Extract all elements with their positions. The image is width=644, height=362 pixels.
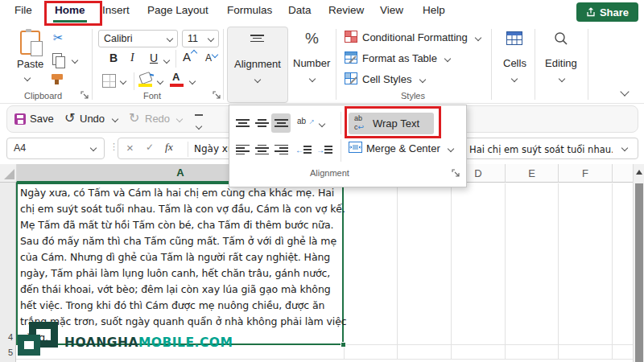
- borders-chevron[interactable]: [120, 78, 126, 84]
- toolbar-overflow-icon[interactable]: [195, 114, 203, 132]
- format-as-table-icon: [345, 51, 357, 64]
- save-icon[interactable]: [14, 113, 26, 125]
- alignment-group-button[interactable]: Alignment: [227, 27, 288, 103]
- cells-group-button[interactable]: Cells: [494, 27, 535, 101]
- decrease-indent-button[interactable]: ←: [294, 140, 313, 159]
- tab-file[interactable]: File: [14, 4, 32, 16]
- font-size-combobox[interactable]: 11: [182, 30, 219, 47]
- tab-help[interactable]: Help: [423, 4, 445, 16]
- font-name-combobox[interactable]: Calibri: [98, 30, 178, 47]
- formula-bar-expand-chevron[interactable]: [621, 145, 628, 151]
- merge-center-icon: [349, 142, 362, 153]
- orientation-chevron[interactable]: [319, 121, 325, 127]
- conditional-formatting-button[interactable]: Conditional Formatting: [345, 31, 357, 45]
- merge-center-button[interactable]: Merge & Center: [349, 142, 362, 158]
- orientation-button[interactable]: ab→: [297, 116, 315, 125]
- resize-dots-icon[interactable]: ⋮: [109, 142, 118, 152]
- tab-insert[interactable]: Insert: [102, 4, 130, 16]
- formula-divider: [188, 142, 188, 157]
- cancel-icon[interactable]: ×: [126, 141, 134, 154]
- name-box-chevron: [90, 145, 97, 151]
- cut-icon[interactable]: ✂: [53, 31, 64, 45]
- fill-color-icon[interactable]: [138, 72, 152, 84]
- clipboard-dialog-launcher-icon[interactable]: [80, 91, 89, 99]
- increase-indent-button[interactable]: →: [315, 140, 334, 159]
- percent-icon: %: [305, 30, 319, 47]
- tab-page-layout[interactable]: Page Layout: [147, 4, 208, 16]
- gridline: [558, 183, 559, 359]
- column-header-e[interactable]: E: [505, 164, 558, 183]
- gridline: [451, 183, 452, 359]
- number-group-button[interactable]: % Number: [291, 27, 333, 101]
- formula-text-right: Hai chị em suýt soát tuổi nhau.: [469, 144, 613, 155]
- select-all-button[interactable]: [0, 164, 16, 183]
- copy-icon[interactable]: [52, 53, 62, 65]
- top-align-button[interactable]: [233, 113, 252, 133]
- font-name-chevron: [167, 35, 173, 42]
- undo-icon[interactable]: ↺: [64, 110, 75, 125]
- row-header-5[interactable]: 5: [0, 348, 13, 357]
- save-button[interactable]: Save: [30, 113, 54, 125]
- italic-button[interactable]: I: [130, 51, 134, 64]
- borders-icon[interactable]: [102, 74, 116, 88]
- enter-icon[interactable]: ✓: [146, 142, 154, 153]
- fill-handle[interactable]: [341, 342, 346, 348]
- cells-icon: [506, 31, 522, 45]
- excel-window: File Home Insert Page Layout Formulas Da…: [0, 0, 644, 362]
- scrollbar-thumb[interactable]: [635, 183, 643, 362]
- vertical-scrollbar[interactable]: [633, 164, 644, 362]
- cell-styles-icon: [345, 72, 357, 84]
- tab-review[interactable]: Review: [328, 4, 364, 16]
- tab-data[interactable]: Data: [288, 4, 312, 16]
- group-separator: [588, 29, 588, 100]
- ribbon-bottom-border: [0, 103, 644, 104]
- fill-color-chevron[interactable]: [157, 78, 163, 84]
- font-color-button[interactable]: A: [172, 71, 180, 83]
- font-color-chevron[interactable]: [189, 78, 196, 84]
- decrease-font-button[interactable]: A: [205, 52, 217, 64]
- format-as-table-button[interactable]: Format as Table: [345, 51, 357, 66]
- redo-button: Redo: [145, 113, 170, 125]
- bold-button[interactable]: B: [109, 51, 118, 64]
- format-painter-icon[interactable]: [52, 74, 63, 80]
- styles-group-label: Styles: [401, 91, 425, 101]
- small-separator: [175, 50, 176, 68]
- align-left-button[interactable]: [233, 140, 252, 159]
- underline-chevron[interactable]: [163, 57, 170, 64]
- column-header-g-partial[interactable]: [612, 164, 633, 183]
- cell-styles-button[interactable]: Cell Styles: [345, 72, 357, 87]
- paste-button[interactable]: Paste: [11, 29, 47, 88]
- tab-view[interactable]: View: [380, 4, 403, 16]
- paste-label: Paste: [17, 58, 43, 70]
- row-header-4[interactable]: 4: [0, 332, 13, 342]
- alignment-group-label: Alignment: [234, 58, 281, 70]
- bottom-align-button[interactable]: [271, 113, 291, 133]
- editing-group-button[interactable]: Editing: [538, 27, 584, 101]
- fill-color-bar: [138, 84, 152, 87]
- conditional-formatting-icon: [345, 31, 357, 43]
- paste-dropdown-chevron[interactable]: [24, 75, 31, 81]
- name-box[interactable]: A4: [6, 138, 105, 159]
- gridline: [344, 346, 345, 359]
- copy-dropdown-chevron[interactable]: [72, 57, 78, 64]
- editing-group-label: Editing: [545, 57, 577, 69]
- gridline: [344, 344, 633, 345]
- tab-formulas[interactable]: Formulas: [227, 4, 272, 16]
- group-separator: [491, 29, 492, 100]
- group-separator: [336, 29, 336, 100]
- increase-font-button[interactable]: A: [183, 50, 196, 64]
- collapse-ribbon-chevron[interactable]: [620, 87, 629, 96]
- column-header-f[interactable]: F: [558, 164, 612, 183]
- share-button[interactable]: Share: [576, 2, 638, 22]
- align-right-button[interactable]: [271, 140, 291, 159]
- font-dialog-launcher-icon[interactable]: [213, 91, 221, 99]
- undo-button[interactable]: Undo: [80, 113, 105, 125]
- gridline: [612, 183, 613, 359]
- cells-group-label: Cells: [503, 57, 526, 69]
- scroll-up-arrow-icon[interactable]: [636, 170, 642, 175]
- middle-align-button[interactable]: [252, 113, 271, 133]
- insert-function-icon[interactable]: fx: [165, 141, 173, 154]
- align-center-button[interactable]: [252, 140, 271, 159]
- flyout-dialog-launcher-icon[interactable]: [452, 169, 460, 177]
- underline-button[interactable]: U: [150, 51, 158, 64]
